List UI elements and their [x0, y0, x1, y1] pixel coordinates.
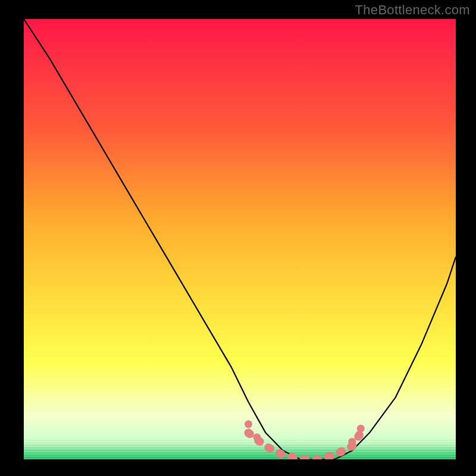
highlight-dot [245, 420, 252, 428]
chart-frame: TheBottleneck.com [0, 0, 476, 476]
highlight-dot [348, 438, 356, 446]
band-stripe [24, 457, 456, 459]
band-stripe [24, 449, 456, 451]
plot-svg [24, 19, 456, 459]
band-stripe [24, 455, 456, 456]
band-stripe [24, 447, 456, 449]
band-stripe [24, 440, 456, 441]
highlight-dot [253, 434, 261, 441]
gradient-background [24, 19, 456, 459]
band-stripe [24, 452, 456, 454]
band-stripe [24, 444, 456, 446]
bottleneck-plot [24, 19, 456, 459]
band-stripe [24, 442, 456, 444]
highlight-dot [357, 425, 365, 433]
watermark-text: TheBottleneck.com [355, 2, 470, 18]
